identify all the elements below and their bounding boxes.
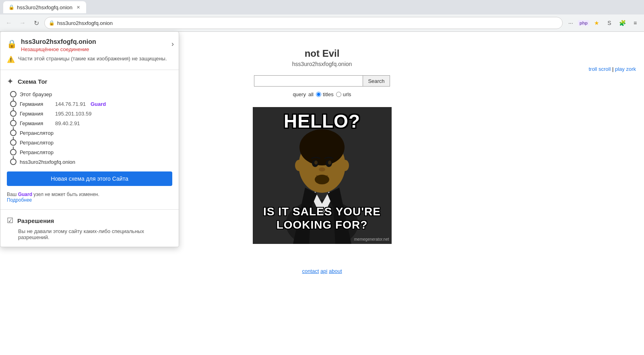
- site-title: not Evil: [305, 48, 340, 59]
- expand-button[interactable]: ›: [171, 40, 174, 48]
- node-ip-2: 195.201.103.59: [55, 111, 91, 117]
- contact-link[interactable]: contact: [302, 268, 319, 274]
- tor-icon: ✦: [7, 76, 14, 86]
- lock-icon: 🔒: [7, 39, 17, 49]
- guard-note2: узел не может быть изменен.: [33, 192, 99, 197]
- node-country-3: Германия: [20, 120, 52, 126]
- permissions-icon: ☑: [7, 216, 13, 225]
- about-link[interactable]: about: [329, 268, 342, 274]
- security-header: 🔒 hss3uro2hsxfogfq.onion Незащищённое со…: [7, 38, 172, 52]
- search-input[interactable]: [254, 75, 363, 87]
- php-badge: php: [578, 20, 589, 26]
- security-note: ⚠️ Части этой страницы (такие как изобра…: [7, 56, 172, 63]
- security-section: 🔒 hss3uro2hsxfogfq.onion Незащищённое со…: [0, 32, 179, 70]
- sync-icon: S: [607, 20, 611, 26]
- extensions-button[interactable]: 🧩: [617, 17, 628, 29]
- query-label: query: [293, 91, 306, 97]
- meme-image: HELLO? IS IT SALES YOU'RE LOOKING FOR? m…: [253, 107, 392, 244]
- node-dot-2: [10, 110, 17, 117]
- tor-title: Схема Tor: [18, 78, 47, 85]
- node-dot-onion: [10, 159, 17, 165]
- titles-radio[interactable]: [316, 92, 321, 97]
- chain-node-1: Германия 144.76.71.91 Guard: [10, 101, 172, 107]
- menu-icon: ≡: [634, 20, 637, 26]
- node-dot-5: [10, 139, 17, 146]
- svg-point-10: [314, 161, 318, 165]
- svg-point-15: [315, 175, 329, 184]
- chain-node-5: Ретранслятор: [10, 139, 172, 146]
- warning-icon: ⚠️: [7, 56, 15, 63]
- permissions-description: Вы не давали этому сайту каких-либо спец…: [18, 228, 172, 240]
- meme-bottom-text: IS IT SALES YOU'RE LOOKING FOR?: [253, 205, 392, 232]
- guard-note: Ваш Guard узел не может быть изменен. По…: [7, 192, 172, 203]
- permissions-title: Разрешения: [17, 217, 54, 224]
- menu-button[interactable]: ≡: [630, 17, 641, 29]
- back-button[interactable]: ←: [3, 17, 14, 29]
- address-text: hss3uro2hsxfogfq.onion: [57, 20, 558, 26]
- node-dot-6: [10, 149, 17, 155]
- more-button[interactable]: ···: [565, 17, 576, 29]
- node-country-2: Германия: [20, 111, 52, 117]
- tab-title: hss3uro2hsxfogfq.onion: [17, 4, 72, 10]
- chain-node-3: Германия 89.40.2.91: [10, 120, 172, 126]
- reload-button[interactable]: ↻: [31, 17, 42, 29]
- node-badge-guard: Guard: [91, 101, 106, 107]
- browser-titlebar: 🔒 hss3uro2hsxfogfq.onion ✕: [0, 0, 644, 14]
- node-dot-1: [10, 101, 17, 107]
- guard-word: Guard: [18, 192, 34, 197]
- node-dot: [10, 91, 17, 97]
- security-warning: Незащищённое соединение: [21, 46, 96, 52]
- node-country-1: Германия: [20, 101, 52, 107]
- play-zork-link[interactable]: play zork: [615, 66, 636, 72]
- permissions-section: ☑ Разрешения Вы не давали этому сайту ка…: [0, 210, 179, 247]
- sync-button[interactable]: S: [604, 17, 615, 29]
- node-label-onion: hss3uro2hsxfogfq.onion: [20, 159, 75, 165]
- security-domain: hss3uro2hsxfogfq.onion: [21, 38, 96, 45]
- address-lock-icon: 🔒: [49, 20, 55, 26]
- search-form: Search: [254, 75, 390, 87]
- urls-radio[interactable]: [336, 92, 341, 97]
- tor-chain: Этот браузер Германия 144.76.71.91 Guard…: [10, 91, 172, 165]
- node-ip-1: 144.76.71.91: [55, 101, 86, 107]
- chain-node-browser: Этот браузер: [10, 91, 172, 97]
- tor-section: ✦ Схема Tor Этот браузер Германия 144.76…: [0, 70, 179, 210]
- api-link[interactable]: api: [320, 268, 327, 274]
- tab-close-button[interactable]: ✕: [75, 4, 81, 10]
- node-dot-3: [10, 120, 17, 126]
- guard-note-text: Ваш: [7, 192, 17, 197]
- titles-label: titles: [323, 91, 334, 97]
- node-label-6: Ретранслятор: [20, 149, 54, 155]
- node-ip-3: 89.40.2.91: [55, 120, 80, 126]
- forward-button[interactable]: →: [17, 17, 28, 29]
- browser-tab[interactable]: 🔒 hss3uro2hsxfogfq.onion ✕: [3, 1, 86, 13]
- chain-node-2: Германия 195.201.103.59: [10, 110, 172, 117]
- permissions-header: ☑ Разрешения: [7, 216, 172, 225]
- security-note-text: Части этой страницы (такие как изображен…: [18, 56, 167, 62]
- search-button[interactable]: Search: [363, 75, 390, 87]
- troll-scroll-link[interactable]: troll scroll: [588, 66, 611, 72]
- meme-watermark: memegenerator.net: [354, 237, 389, 241]
- tor-header: ✦ Схема Tor: [7, 76, 172, 86]
- star-icon: ★: [594, 20, 599, 26]
- new-circuit-button[interactable]: Новая схема для этого Сайта: [7, 171, 172, 186]
- urls-option[interactable]: urls: [336, 91, 351, 97]
- node-label-4: Ретранслятор: [20, 130, 54, 136]
- svg-point-13: [295, 160, 303, 171]
- site-domain: hss3uro2hsxfogfq.onion: [292, 61, 352, 67]
- extensions-icon: 🧩: [619, 20, 626, 26]
- urls-label: urls: [343, 91, 351, 97]
- address-bar[interactable]: 🔒 hss3uro2hsxfogfq.onion: [44, 17, 563, 29]
- browser-toolbar: ← → ↻ 🔒 hss3uro2hsxfogfq.onion ··· php ★…: [0, 14, 644, 31]
- node-label-5: Ретранслятор: [20, 140, 54, 146]
- meme-top-text: HELLO?: [253, 110, 392, 132]
- learn-more-link[interactable]: Подробнее: [7, 197, 32, 203]
- chain-node-6: Ретранслятор: [10, 149, 172, 155]
- bookmark-button[interactable]: ★: [591, 17, 602, 29]
- browser-chrome: 🔒 hss3uro2hsxfogfq.onion ✕ ← → ↻ 🔒 hss3u…: [0, 0, 644, 32]
- separator: |: [612, 66, 615, 72]
- titles-option[interactable]: titles: [316, 91, 334, 97]
- node-dot-4: [10, 130, 17, 136]
- all-label: all: [308, 91, 314, 97]
- svg-point-11: [328, 161, 331, 165]
- svg-point-14: [341, 160, 349, 171]
